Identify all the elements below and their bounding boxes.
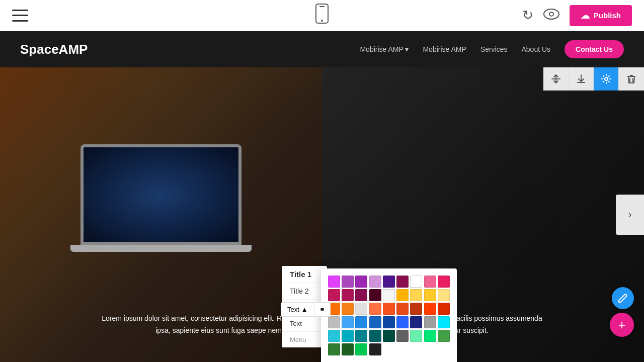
- color-swatch[interactable]: [396, 289, 409, 301]
- preview-icon[interactable]: [543, 9, 559, 23]
- color-swatch[interactable]: [410, 289, 422, 301]
- color-swatch[interactable]: [410, 316, 422, 328]
- style-bar: Text ▲ ≡: [281, 302, 331, 317]
- nav-item-services[interactable]: Services: [480, 45, 508, 53]
- logo-amp: AMP: [59, 42, 88, 57]
- section-toolbar: [543, 67, 644, 90]
- color-swatch[interactable]: [369, 316, 381, 328]
- style-menu-menu[interactable]: Menu: [282, 332, 327, 347]
- toolbar-right: ↺ ☁ Publish: [522, 5, 632, 26]
- color-swatch[interactable]: [355, 276, 367, 288]
- color-swatch[interactable]: [424, 303, 436, 315]
- contact-us-button[interactable]: Contact Us: [565, 40, 624, 58]
- text-style-label: Text: [287, 306, 299, 313]
- svg-point-5: [605, 77, 608, 80]
- color-swatch[interactable]: [355, 343, 367, 355]
- hero-next-arrow[interactable]: ›: [616, 195, 644, 235]
- nav-item-about-us[interactable]: About Us: [522, 45, 551, 53]
- fab-edit-button[interactable]: [612, 287, 634, 309]
- color-swatch[interactable]: [342, 303, 354, 315]
- color-swatch-light2[interactable]: [355, 303, 367, 315]
- color-swatch-gray1[interactable]: [328, 316, 340, 328]
- section-download-button[interactable]: [569, 67, 594, 90]
- publish-label: Publish: [594, 11, 621, 20]
- svg-point-1: [321, 20, 323, 22]
- cloud-upload-icon: ☁: [581, 10, 590, 21]
- svg-point-3: [544, 9, 559, 19]
- laptop-screen: [80, 144, 242, 245]
- color-swatch[interactable]: [438, 330, 450, 342]
- toolbar-center: [314, 4, 330, 27]
- nav-item-mobirise-1[interactable]: Mobirise AMP: [360, 45, 409, 53]
- top-toolbar: ↺ ☁ Publish: [0, 0, 644, 31]
- color-swatch[interactable]: [438, 289, 450, 301]
- color-swatch[interactable]: [342, 343, 354, 355]
- color-swatch[interactable]: [328, 289, 340, 301]
- chevron-up-icon: ▲: [301, 306, 308, 313]
- fab-add-button[interactable]: +: [610, 313, 634, 337]
- laptop-screen-inner: [84, 147, 238, 242]
- color-swatch[interactable]: [438, 276, 450, 288]
- color-swatch[interactable]: [396, 303, 409, 315]
- section-settings-button[interactable]: [594, 67, 619, 90]
- nav-item-mobirise-2[interactable]: Mobirise AMP: [423, 45, 466, 53]
- color-swatch[interactable]: [342, 330, 354, 342]
- color-swatch[interactable]: [410, 330, 422, 342]
- color-swatch[interactable]: [438, 303, 450, 315]
- color-swatch[interactable]: [424, 276, 436, 288]
- align-button[interactable]: ≡: [314, 302, 331, 317]
- color-swatch[interactable]: [355, 289, 367, 301]
- color-swatch[interactable]: [342, 316, 354, 328]
- color-swatch[interactable]: [328, 276, 340, 288]
- color-swatch[interactable]: [424, 330, 436, 342]
- laptop-visual: [65, 144, 257, 285]
- color-swatch[interactable]: [369, 330, 381, 342]
- svg-point-4: [549, 12, 553, 16]
- color-swatch[interactable]: [342, 289, 354, 301]
- section-move-button[interactable]: [543, 67, 569, 90]
- color-swatch[interactable]: [369, 289, 381, 301]
- publish-button[interactable]: ☁ Publish: [570, 5, 632, 26]
- color-swatch-light1[interactable]: [383, 289, 395, 301]
- color-swatch[interactable]: [328, 343, 340, 355]
- color-swatch[interactable]: [396, 276, 409, 288]
- section-delete-button[interactable]: [619, 67, 644, 90]
- color-swatch[interactable]: [383, 316, 395, 328]
- main-nav: Mobirise AMP Mobirise AMP Services About…: [360, 40, 624, 58]
- color-swatch[interactable]: [342, 276, 354, 288]
- hamburger-menu-icon[interactable]: [12, 10, 28, 22]
- color-swatch[interactable]: [438, 316, 450, 328]
- color-swatch[interactable]: [355, 316, 367, 328]
- color-swatch-gray2[interactable]: [424, 316, 436, 328]
- logo-space: Space: [20, 42, 59, 57]
- color-swatch[interactable]: [396, 316, 409, 328]
- color-swatches-grid: [328, 276, 450, 355]
- site-header: SpaceAMP Mobirise AMP Mobirise AMP Servi…: [0, 31, 644, 67]
- style-menu-title1[interactable]: Title 1: [282, 266, 327, 283]
- site-logo: SpaceAMP: [20, 42, 88, 57]
- color-swatch-white[interactable]: [410, 276, 422, 288]
- hero-section: Title 1 Title 2 Title 3 Text Menu: [0, 67, 644, 362]
- style-menu-text[interactable]: Text: [282, 316, 327, 332]
- color-swatch[interactable]: [383, 303, 395, 315]
- text-style-button[interactable]: Text ▲: [281, 302, 314, 317]
- color-swatch[interactable]: [383, 330, 395, 342]
- align-icon: ≡: [320, 306, 325, 313]
- color-swatch-gray3[interactable]: [396, 330, 409, 342]
- color-swatch[interactable]: [410, 303, 422, 315]
- color-swatch[interactable]: [369, 303, 381, 315]
- toolbar-left: [12, 10, 28, 22]
- color-swatch[interactable]: [383, 276, 395, 288]
- color-swatch[interactable]: [328, 330, 340, 342]
- color-swatch[interactable]: [355, 330, 367, 342]
- color-swatch[interactable]: [369, 276, 381, 288]
- color-swatch[interactable]: [424, 289, 436, 301]
- phone-preview-icon[interactable]: [314, 4, 330, 27]
- undo-icon[interactable]: ↺: [522, 8, 533, 23]
- style-menu-title2[interactable]: Title 2: [282, 283, 327, 300]
- add-icon: +: [618, 317, 625, 333]
- color-swatch-black[interactable]: [369, 343, 381, 355]
- laptop-base: [70, 245, 252, 252]
- color-picker-panel: More >: [321, 268, 457, 362]
